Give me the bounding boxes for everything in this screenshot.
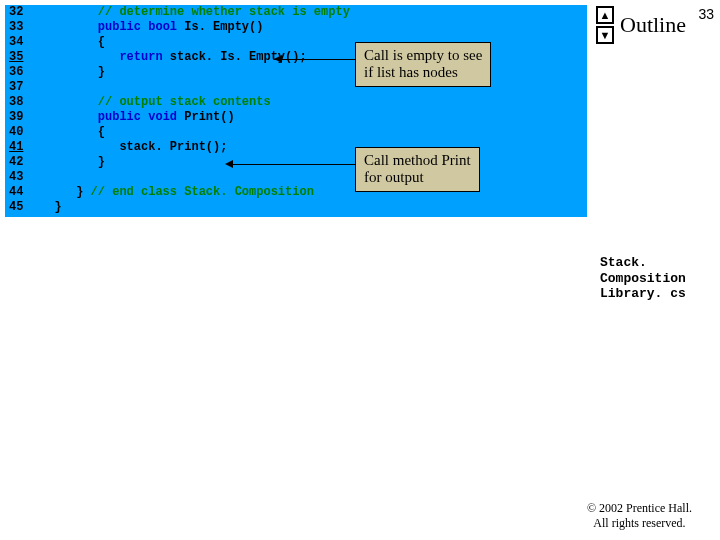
file-label-line: Library. cs	[600, 286, 686, 301]
outline-nav: ▲ ▼ Outline	[596, 6, 686, 44]
line-number: 42	[5, 155, 33, 170]
callout-line: if list has nodes	[364, 64, 458, 80]
code-text: stack. Print();	[33, 140, 587, 155]
arrow-line	[282, 59, 356, 60]
outline-down-button[interactable]: ▼	[596, 26, 614, 44]
line-number: 38	[5, 95, 33, 110]
code-listing: 32 // determine whether stack is empty33…	[5, 5, 587, 217]
code-line: 35 return stack. Is. Empty();	[5, 50, 587, 65]
callout-line: for output	[364, 169, 424, 185]
arrow-line	[233, 164, 356, 165]
outline-label: Outline	[620, 12, 686, 38]
code-line: 34 {	[5, 35, 587, 50]
code-line: 32 // determine whether stack is empty	[5, 5, 587, 20]
arrow-head-icon	[274, 55, 282, 63]
line-number: 40	[5, 125, 33, 140]
code-text: // determine whether stack is empty	[33, 5, 587, 20]
arrow-column: ▲ ▼	[596, 6, 614, 44]
page-number: 33	[698, 6, 714, 22]
code-line: 39 public void Print()	[5, 110, 587, 125]
line-number: 43	[5, 170, 33, 185]
line-number: 33	[5, 20, 33, 35]
callout-print: Call method Print for output	[355, 147, 480, 192]
slide: 33 ▲ ▼ Outline 32 // determine whether s…	[0, 0, 720, 540]
code-line: 36 }	[5, 65, 587, 80]
code-line: 37	[5, 80, 587, 95]
code-line: 40 {	[5, 125, 587, 140]
line-number: 39	[5, 110, 33, 125]
line-number: 41	[5, 140, 33, 155]
code-line: 33 public bool Is. Empty()	[5, 20, 587, 35]
code-text: public bool Is. Empty()	[33, 20, 587, 35]
code-text: {	[33, 35, 587, 50]
copyright-notice: © 2002 Prentice Hall. All rights reserve…	[587, 501, 692, 530]
arrow-head-icon	[225, 160, 233, 168]
code-line: 44 } // end class Stack. Composition	[5, 185, 587, 200]
line-number: 36	[5, 65, 33, 80]
code-text: }	[33, 200, 587, 215]
callout-line: Call method Print	[364, 152, 471, 168]
code-line: 41 stack. Print();	[5, 140, 587, 155]
callout-line: Call is empty to see	[364, 47, 482, 63]
code-text: {	[33, 125, 587, 140]
code-text: public void Print()	[33, 110, 587, 125]
code-text: }	[33, 65, 587, 80]
line-number: 34	[5, 35, 33, 50]
file-label: Stack. Composition Library. cs	[600, 255, 720, 302]
line-number: 37	[5, 80, 33, 95]
code-text: }	[33, 155, 587, 170]
file-label-line: Stack. Composition	[600, 255, 686, 286]
code-text: // output stack contents	[33, 95, 587, 110]
code-text	[33, 80, 587, 95]
callout-isempty: Call is empty to see if list has nodes	[355, 42, 491, 87]
code-line: 38 // output stack contents	[5, 95, 587, 110]
copyright-line: © 2002 Prentice Hall.	[587, 501, 692, 515]
line-number: 44	[5, 185, 33, 200]
code-text: } // end class Stack. Composition	[33, 185, 587, 200]
outline-up-button[interactable]: ▲	[596, 6, 614, 24]
code-text: return stack. Is. Empty();	[33, 50, 587, 65]
line-number: 32	[5, 5, 33, 20]
line-number: 35	[5, 50, 33, 65]
code-line: 42 }	[5, 155, 587, 170]
code-text	[33, 170, 587, 185]
copyright-line: All rights reserved.	[593, 516, 685, 530]
code-line: 45 }	[5, 200, 587, 215]
code-line: 43	[5, 170, 587, 185]
line-number: 45	[5, 200, 33, 215]
